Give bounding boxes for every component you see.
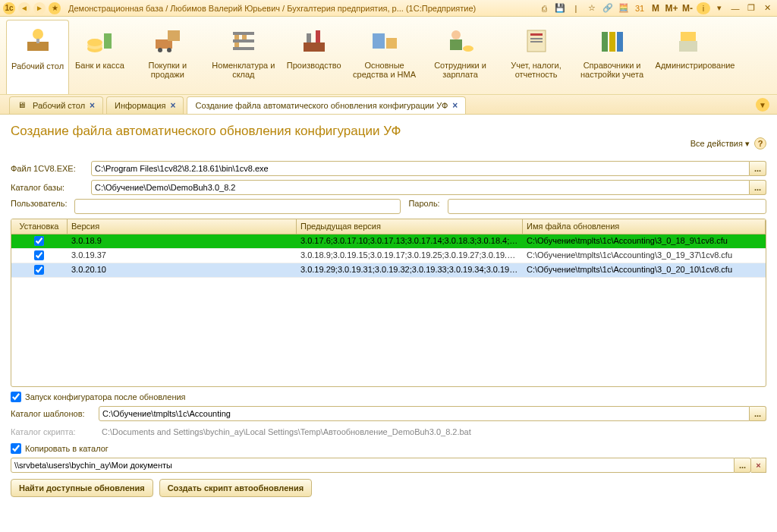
- minimize-button[interactable]: —: [728, 2, 742, 14]
- row-check[interactable]: [34, 265, 44, 275]
- tab-label: Информация: [115, 101, 165, 110]
- label-user: Пользователь:: [11, 199, 67, 214]
- svg-rect-23: [450, 39, 462, 50]
- svg-rect-33: [681, 32, 696, 41]
- desktop-tab-icon: 🖥: [17, 100, 28, 111]
- svg-rect-29: [602, 32, 608, 52]
- script-path: C:\Documents and Settings\bychin_ay\Loca…: [99, 425, 766, 439]
- calendar-icon[interactable]: 31: [633, 2, 646, 14]
- svg-point-24: [463, 46, 473, 52]
- ribbon-label: Рабочий стол: [11, 61, 64, 71]
- ribbon-assets[interactable]: Основные средства и НМА: [348, 20, 422, 94]
- close-button[interactable]: ✕: [760, 2, 774, 14]
- col-file[interactable]: Имя файла обновления: [523, 219, 766, 234]
- mem-mminus-button[interactable]: M-: [681, 2, 694, 14]
- svg-point-22: [451, 30, 461, 39]
- ribbon-admin[interactable]: Администрирование: [651, 20, 725, 94]
- svg-rect-20: [373, 33, 385, 49]
- user-input[interactable]: [74, 199, 401, 214]
- col-install[interactable]: Установка: [11, 219, 68, 234]
- svg-rect-16: [234, 42, 239, 47]
- all-actions-link[interactable]: Все действия ▾: [690, 139, 750, 149]
- ribbon-staff[interactable]: Сотрудники и зарплата: [423, 20, 498, 94]
- find-updates-button[interactable]: Найти доступные обновления: [11, 479, 153, 497]
- tax-icon: [518, 23, 555, 59]
- table-row[interactable]: 3.0.19.37 3.0.18.9;3.0.19.15;3.0.19.17;3…: [11, 249, 766, 263]
- svg-rect-11: [233, 32, 254, 35]
- ribbon-sales[interactable]: Покупки и продажи: [131, 20, 205, 94]
- base-input[interactable]: [91, 180, 750, 195]
- cell-prev: 3.0.19.29;3.0.19.31;3.0.19.32;3.0.19.33;…: [297, 263, 523, 277]
- close-icon[interactable]: ×: [452, 100, 458, 111]
- titlebar: 1c ◄ ► ★ Демонстрационная база / Любимов…: [0, 0, 777, 17]
- copy-to-browse-button[interactable]: ...: [735, 458, 751, 473]
- save-icon[interactable]: 💾: [553, 2, 567, 14]
- row-check[interactable]: [34, 236, 44, 246]
- print-icon[interactable]: ⎙: [537, 2, 551, 14]
- link-icon[interactable]: 🔗: [601, 2, 615, 14]
- mem-m-button[interactable]: M: [649, 2, 662, 14]
- admin-icon: [670, 23, 706, 59]
- tabbar: 🖥 Рабочий стол × Информация × Создание ф…: [0, 95, 777, 115]
- tabs-overflow-button[interactable]: ▼: [756, 98, 769, 112]
- create-script-button[interactable]: Создать скрипт автообновления: [159, 479, 312, 497]
- assets-icon: [366, 23, 403, 59]
- svg-rect-13: [233, 47, 254, 50]
- copy-to-input[interactable]: [11, 458, 735, 473]
- star-icon[interactable]: ☆: [585, 2, 599, 14]
- calc-icon[interactable]: 🧮: [617, 2, 631, 14]
- prod-icon: [296, 23, 332, 59]
- ribbon-prod[interactable]: Производство: [282, 20, 346, 94]
- copy-to-clear-button[interactable]: ×: [751, 458, 766, 473]
- info-icon[interactable]: i: [697, 2, 710, 14]
- ribbon-bank[interactable]: Банк и касса: [71, 20, 129, 94]
- ribbon-label: Покупки и продажи: [135, 61, 200, 79]
- grid-header: Установка Версия Предыдущая версия Имя ф…: [11, 219, 766, 235]
- cell-file: C:\Обучение\tmplts\1c\Accounting\3_0_19_…: [523, 249, 766, 263]
- window-title: Демонстрационная база / Любимов Валерий …: [64, 4, 534, 13]
- svg-rect-19: [316, 30, 320, 42]
- ribbon-refs[interactable]: Справочники и настройки учета: [575, 20, 650, 94]
- desktop-icon: [20, 24, 56, 60]
- cell-version: 3.0.18.9: [68, 235, 297, 248]
- ribbon-label: Производство: [287, 61, 341, 70]
- tmpl-input[interactable]: [99, 406, 750, 421]
- file-browse-button[interactable]: ...: [750, 161, 766, 176]
- run-after-checkbox[interactable]: [11, 392, 21, 402]
- cell-version: 3.0.19.37: [68, 249, 297, 263]
- svg-rect-30: [609, 32, 615, 52]
- updates-grid: Установка Версия Предыдущая версия Имя ф…: [11, 219, 766, 387]
- col-prev[interactable]: Предыдущая версия: [297, 219, 523, 234]
- col-version[interactable]: Версия: [68, 219, 297, 234]
- tmpl-browse-button[interactable]: ...: [750, 406, 766, 421]
- close-icon[interactable]: ×: [170, 100, 175, 111]
- svg-rect-17: [304, 42, 325, 52]
- nav-fwd-button[interactable]: ►: [33, 2, 46, 14]
- help-icon[interactable]: ?: [754, 137, 766, 150]
- label-password: Пароль:: [408, 199, 439, 214]
- table-row[interactable]: 3.0.18.9 3.0.17.6;3.0.17.10;3.0.17.13;3.…: [11, 235, 766, 249]
- copy-to-checkbox[interactable]: [11, 443, 21, 454]
- staff-icon: [442, 23, 479, 59]
- ribbon-tax[interactable]: Учет, налоги, отчетность: [499, 20, 574, 94]
- grid-body[interactable]: 3.0.18.9 3.0.17.6;3.0.17.10;3.0.17.13;3.…: [11, 235, 766, 387]
- ribbon-label: Учет, налоги, отчетность: [504, 61, 569, 79]
- tab-create-file[interactable]: Создание файла автоматического обновлени…: [187, 96, 466, 114]
- mem-mplus-button[interactable]: M+: [665, 2, 678, 14]
- password-input[interactable]: [448, 199, 766, 214]
- svg-rect-6: [104, 33, 112, 49]
- table-row[interactable]: 3.0.20.10 3.0.19.29;3.0.19.31;3.0.19.32;…: [11, 263, 766, 278]
- ribbon-stock[interactable]: Номенклатура и склад: [206, 20, 281, 94]
- row-check[interactable]: [34, 250, 44, 260]
- close-icon[interactable]: ×: [90, 100, 95, 111]
- favorite-icon[interactable]: ★: [49, 2, 61, 14]
- base-browse-button[interactable]: ...: [750, 180, 766, 195]
- refs-icon: [594, 23, 631, 59]
- dropdown-icon[interactable]: ▾: [713, 2, 726, 14]
- ribbon-desktop[interactable]: Рабочий стол: [6, 20, 69, 94]
- nav-back-button[interactable]: ◄: [18, 2, 30, 14]
- restore-button[interactable]: ❐: [744, 2, 758, 14]
- tab-desktop[interactable]: 🖥 Рабочий стол ×: [9, 96, 103, 114]
- tab-info[interactable]: Информация ×: [106, 96, 184, 114]
- file-input[interactable]: [91, 161, 750, 176]
